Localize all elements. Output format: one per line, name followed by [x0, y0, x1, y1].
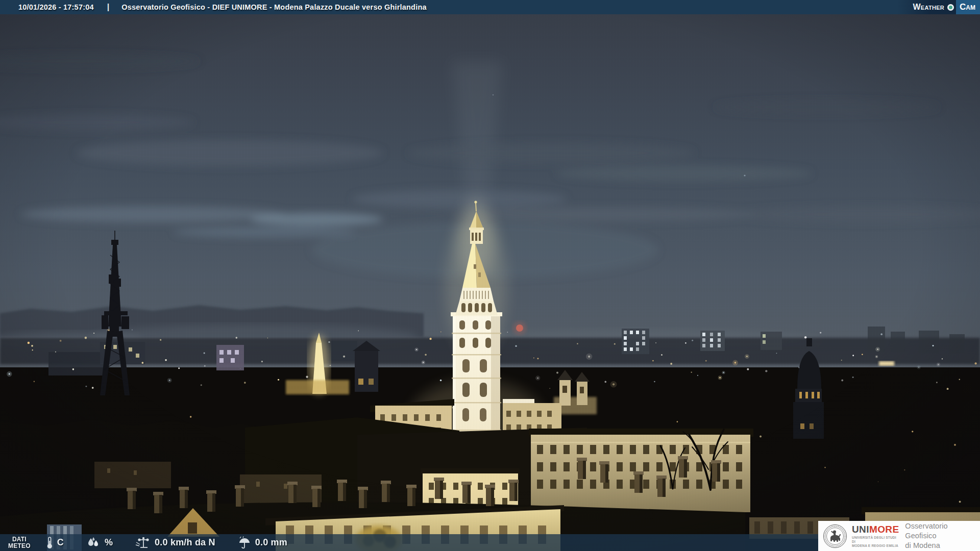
timestamp: 10/01/2026 - 17:57:04 [18, 3, 94, 11]
camera-lens-icon [947, 4, 954, 11]
rain-metric: 0.0 mm [238, 536, 287, 549]
thermometer-icon [46, 536, 53, 549]
unimore-seal-icon [823, 524, 847, 548]
humidity-value: % [105, 537, 113, 548]
vignette [0, 0, 980, 551]
unimore-more-text: MORE [869, 524, 899, 535]
weathercam-logo[interactable]: Weather Cam [897, 0, 980, 14]
header-bar: 10/01/2026 - 17:57:04 | Osservatorio Geo… [0, 0, 980, 14]
humidity-metric: % [86, 537, 113, 549]
umbrella-icon [238, 536, 251, 549]
page-title: Osservatorio Geofisico - DIEF UNIMORE - … [121, 3, 427, 11]
university-line2: MODENA E REGGIO EMILIA [852, 544, 900, 548]
anemometer-icon [135, 536, 151, 549]
dati-meteo-label: DATI METEO [8, 536, 31, 549]
unimore-logo-box[interactable]: UNIMORE UNIVERSITÀ DEGLI STUDI DI MODENA… [818, 521, 980, 551]
rain-value: 0.0 mm [255, 537, 287, 548]
water-drops-icon [86, 537, 101, 549]
unimore-wordmark: UNIMORE UNIVERSITÀ DEGLI STUDI DI MODENA… [852, 524, 900, 548]
separator: | [107, 3, 109, 12]
weathercam-cam-badge: Cam [956, 0, 980, 14]
temperature-metric: C [46, 536, 64, 549]
webcam-image [0, 0, 980, 551]
wind-metric: 0.0 km/h da N [135, 536, 215, 549]
weathercam-weather-label: Weather [913, 3, 944, 12]
webcam-page: 10/01/2026 - 17:57:04 | Osservatorio Geo… [0, 0, 980, 551]
observatory-name: Osservatorio Geofisico di Modena [905, 521, 980, 550]
university-line1: UNIVERSITÀ DEGLI STUDI DI [852, 536, 900, 544]
wind-value: 0.0 km/h da N [155, 537, 215, 548]
temperature-value: C [57, 537, 64, 548]
unimore-uni-text: UNI [852, 524, 869, 535]
